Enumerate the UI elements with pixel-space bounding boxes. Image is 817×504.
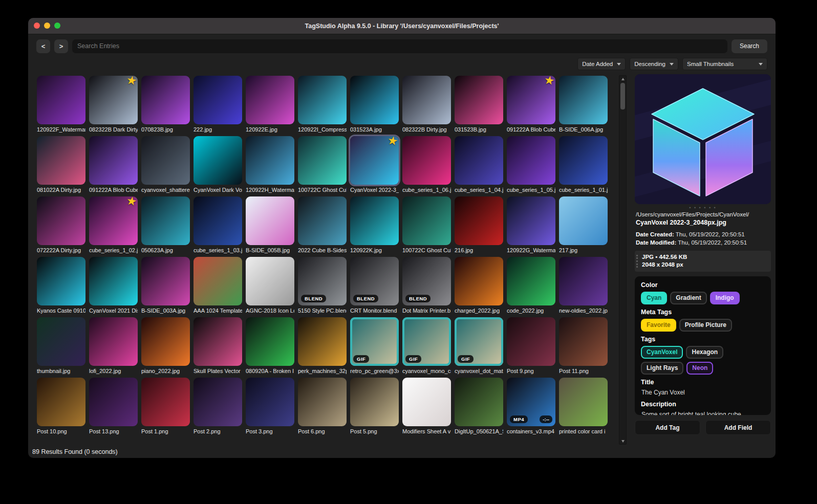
grid-item[interactable]: 072222A Dirty.jpg — [37, 196, 85, 254]
grid-item[interactable]: Post 13.png — [89, 378, 138, 435]
thumbnail-image[interactable] — [507, 196, 555, 245]
thumbnail-image[interactable] — [455, 136, 503, 185]
grid-item[interactable]: 070823B.jpg — [141, 76, 190, 134]
grid-item[interactable]: Post 11.png — [559, 317, 608, 375]
thumbnail-image[interactable] — [559, 136, 608, 185]
grid-item[interactable]: 217.jpg — [559, 196, 608, 254]
grid-item[interactable]: 216.jpg — [455, 196, 503, 254]
minimize-button[interactable] — [44, 23, 50, 29]
search-button[interactable]: Search — [732, 39, 767, 53]
thumbnail-image[interactable] — [193, 317, 242, 366]
grid-item[interactable]: lofi_2022.jpg — [89, 317, 138, 375]
grid-item[interactable]: new-oldies_2022.jp — [559, 257, 608, 315]
thumbnail-image[interactable] — [507, 136, 555, 185]
thumbnail-image[interactable] — [455, 378, 503, 426]
thumbnail-image[interactable] — [246, 196, 294, 245]
thumbnail-image[interactable] — [298, 196, 347, 245]
grid-item[interactable]: 031523B.jpg — [455, 76, 503, 134]
thumbnail-image[interactable] — [402, 196, 451, 245]
thumbnail-image[interactable] — [350, 196, 399, 245]
sort-direction-dropdown[interactable]: Descending — [630, 58, 678, 70]
grid-item[interactable]: 091222A Blob Cube — [89, 136, 138, 194]
thumbnail-image[interactable] — [141, 136, 190, 185]
scroll-up-icon[interactable] — [619, 76, 626, 82]
grid-item[interactable]: cyanvoxel_shattere — [141, 136, 190, 194]
thumbnail-image[interactable] — [246, 76, 294, 124]
grid-item[interactable]: Kyanos Caste 0910 — [37, 257, 85, 315]
thumbnail-image[interactable]: ★ — [89, 76, 138, 124]
grid-item[interactable]: BLEND5150 Style PC.blend — [298, 257, 347, 315]
grid-item[interactable]: GIFcyanvoxel_mono_cr — [402, 317, 451, 375]
grid-item[interactable]: BLENDCRT Monitor.blend — [350, 257, 399, 315]
thumbnail-image[interactable] — [89, 378, 138, 426]
thumbnail-image[interactable]: ★ — [350, 136, 399, 185]
thumbnail-image[interactable] — [559, 257, 608, 305]
thumbnail-image[interactable] — [455, 196, 503, 245]
grid-item[interactable]: Post 10.png — [37, 378, 85, 435]
thumbnail-image[interactable]: BLEND — [298, 257, 347, 305]
grid-item[interactable]: Post 6.png — [298, 378, 347, 435]
thumbnail-image[interactable] — [89, 136, 138, 185]
drag-handle-icon[interactable] — [636, 255, 640, 268]
grid-item[interactable]: Modifiers Sheet A v — [402, 378, 451, 435]
thumbnail-image[interactable] — [455, 76, 503, 124]
tag-pill[interactable]: Profile Picture — [679, 319, 732, 332]
grid-item[interactable]: Post 1.png — [141, 378, 190, 435]
thumbnail-image[interactable] — [193, 76, 242, 124]
thumbnail-image[interactable]: GIF — [350, 317, 399, 366]
grid-item[interactable]: Post 2.png — [193, 378, 242, 435]
grid-scrollbar[interactable] — [619, 75, 627, 445]
thumbnail-image[interactable] — [37, 317, 85, 366]
grid-item[interactable]: GIFcyanvoxel_dot_mat — [455, 317, 503, 375]
grid-item[interactable]: Post 9.png — [507, 317, 555, 375]
thumbnail-image[interactable] — [141, 378, 190, 426]
grid-item[interactable]: CyanVoxel Dark Vox — [193, 136, 242, 194]
thumbnail-image[interactable]: BLEND — [350, 257, 399, 305]
thumbnail-image[interactable] — [246, 136, 294, 185]
grid-item[interactable]: 120922E.jpg — [246, 76, 294, 134]
tag-pill[interactable]: Gradient — [670, 292, 706, 304]
grid-item[interactable]: AAA 1024 Template — [193, 257, 242, 315]
grid-item[interactable]: B-SIDE_006A.jpg — [559, 76, 608, 134]
grid-item[interactable]: cube_series_1_06.j — [402, 136, 451, 194]
tag-pill[interactable]: Hexagon — [686, 346, 723, 359]
grid-item[interactable]: CyanVoxel 2021 Dis — [89, 257, 138, 315]
thumbnail-image[interactable] — [507, 317, 555, 366]
grid-item[interactable]: 050623A.jpg — [141, 196, 190, 254]
thumbnail-image[interactable] — [246, 257, 294, 305]
back-button[interactable]: < — [36, 39, 50, 53]
add-tag-button[interactable]: Add Tag — [635, 420, 700, 435]
tag-pill[interactable]: Indigo — [710, 292, 740, 304]
thumbnail-image[interactable] — [37, 378, 85, 426]
grid-item[interactable]: thumbnail.jpg — [37, 317, 85, 375]
thumbnail-image[interactable] — [37, 257, 85, 305]
grid-item[interactable]: 120922H_Watermar — [246, 136, 294, 194]
thumbnail-image[interactable] — [141, 317, 190, 366]
grid-item[interactable]: B-SIDE_003A.jpg — [141, 257, 190, 315]
grid-item[interactable]: 031523A.jpg — [350, 76, 399, 134]
thumbnail-image[interactable] — [193, 378, 242, 426]
grid-item[interactable]: Skull Plates Vector — [193, 317, 242, 375]
close-button[interactable] — [34, 23, 40, 29]
thumbnail-image[interactable] — [455, 257, 503, 305]
grid-item[interactable]: 222.jpg — [193, 76, 242, 134]
grid-item[interactable]: ★CyanVoxel 2022-3_ — [350, 136, 399, 194]
thumbnail-image[interactable] — [298, 76, 347, 124]
thumbnail-image[interactable]: MP4-:-- — [507, 378, 555, 426]
thumbnail-image[interactable] — [193, 136, 242, 185]
thumbnail-image[interactable] — [559, 317, 608, 366]
thumbnail-image[interactable]: BLEND — [402, 257, 451, 305]
thumbnail-image[interactable] — [89, 257, 138, 305]
grid-item[interactable]: cube_series_1_04.j — [455, 136, 503, 194]
thumbnail-image[interactable] — [507, 257, 555, 305]
scroll-down-icon[interactable] — [619, 438, 626, 444]
thumbnail-image[interactable] — [559, 378, 608, 426]
grid-item[interactable]: Post 3.png — [246, 378, 294, 435]
grid-item[interactable]: cube_series_1_05.j — [507, 136, 555, 194]
grid-item[interactable]: B-SIDE_005B.jpg — [246, 196, 294, 254]
sort-field-dropdown[interactable]: Date Added — [577, 58, 626, 70]
grid-item[interactable]: printed color card i — [559, 378, 608, 435]
thumbnail-image[interactable] — [193, 196, 242, 245]
grid-item[interactable]: 120922I_Compress — [298, 76, 347, 134]
scrollbar-thumb[interactable] — [620, 83, 625, 109]
